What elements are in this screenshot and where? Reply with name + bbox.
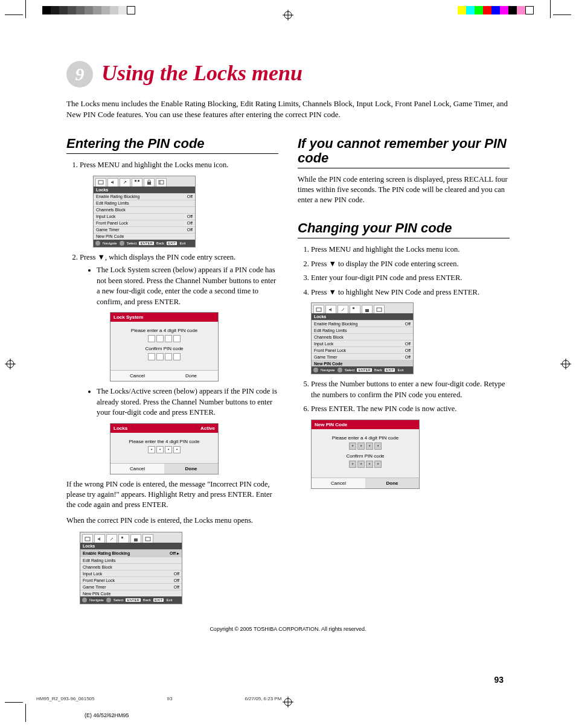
locks-tab-icon <box>130 534 141 543</box>
preferences-tab-icon <box>142 534 153 543</box>
osd-locks-menu: Locks Enable Rating BlockingOff Edit Rat… <box>93 176 196 247</box>
svg-rect-12 <box>98 180 103 184</box>
locks-tab-icon <box>144 178 155 187</box>
crop-mark <box>25 704 26 722</box>
right-column: If you cannot remember your PIN code Whi… <box>298 136 510 609</box>
correct-pin-text: When the correct PIN code is entered, th… <box>66 516 278 526</box>
setup-tab-icon <box>338 305 348 313</box>
applications-tab-icon <box>132 178 142 187</box>
done-button: Done <box>164 463 218 474</box>
section-forgot-pin: If you cannot remember your PIN code <box>298 136 510 168</box>
wrong-pin-text: If the wrong PIN code is entered, the me… <box>66 479 278 510</box>
step-2: Press ▼, which displays the PIN code ent… <box>80 252 278 474</box>
cancel-button: Cancel <box>312 477 365 488</box>
picture-tab-icon <box>95 178 106 187</box>
applications-tab-icon <box>350 305 360 313</box>
svg-rect-18 <box>85 537 90 541</box>
forgot-pin-body: While the PIN code entering screen is di… <box>298 174 510 205</box>
chapter-heading: 9 Using the Locks menu <box>66 60 510 88</box>
crop-mark <box>550 0 551 18</box>
crop-mark <box>553 14 571 15</box>
osd-header: Locks <box>94 187 195 193</box>
change-step-3: Enter your four-digit PIN code and press… <box>311 273 510 284</box>
preferences-tab-icon <box>374 305 385 313</box>
osd-new-pin-dialog: New PIN Code Please enter a 4 digit PIN … <box>311 420 420 489</box>
chapter-title: Using the Locks menu <box>101 60 302 86</box>
svg-rect-25 <box>377 308 382 311</box>
bullet-locks-active: The Locks/Active screen (below) appears … <box>97 386 278 474</box>
left-column: Entering the PIN code Press MENU and hig… <box>66 136 278 609</box>
locks-tab-icon <box>362 305 373 313</box>
osd-locks-menu-newpin: Locks Enable Rating BlockingOff Edit Rat… <box>311 302 414 374</box>
osd-lock-system-dialog: Lock System Please enter a 4 digit PIN c… <box>110 312 219 382</box>
svg-rect-16 <box>159 180 164 184</box>
gray-colorbar <box>42 6 135 14</box>
picture-tab-icon <box>313 305 324 313</box>
svg-rect-19 <box>121 537 123 538</box>
crop-mark <box>5 14 23 15</box>
setup-tab-icon <box>120 178 130 187</box>
section-entering-pin: Entering the PIN code <box>66 136 278 154</box>
copyright: Copyright © 2005 TOSHIBA CORPORATION. Al… <box>66 626 510 632</box>
section-change-pin: Changing your PIN code <box>298 221 510 238</box>
change-step-4: Press ▼ to highlight New PIN Code and pr… <box>311 287 510 375</box>
registration-mark <box>283 10 293 21</box>
change-step-6: Press ENTER. The new PIN code is now act… <box>311 404 510 489</box>
change-step-5: Press the Number buttons to enter a new … <box>311 379 510 400</box>
picture-tab-icon <box>82 534 93 543</box>
audio-tab-icon <box>94 534 105 543</box>
registration-mark <box>560 359 571 369</box>
change-step-1: Press MENU and highlight the Locks menu … <box>311 244 510 255</box>
svg-rect-15 <box>147 182 151 185</box>
svg-rect-22 <box>316 308 321 311</box>
crop-mark <box>5 702 23 703</box>
intro-paragraph: The Locks menu includes the Enable Ratin… <box>66 98 510 120</box>
cmyk-colorbar <box>458 6 534 14</box>
preferences-tab-icon <box>156 178 167 187</box>
applications-tab-icon <box>118 534 129 543</box>
cancel-button: Cancel <box>110 463 164 474</box>
change-step-2: Press ▼ to display the PIN code entering… <box>311 259 510 270</box>
crop-mark <box>25 0 26 18</box>
svg-rect-23 <box>353 307 354 309</box>
osd-nav-bar: NavigateSelectENTERBackEXITExit <box>94 240 195 247</box>
done-button: Done <box>365 477 419 488</box>
page-number: 93 <box>494 675 504 685</box>
bullet-lock-system: The Lock System screen (below) appears i… <box>97 265 278 382</box>
svg-rect-14 <box>138 180 139 182</box>
footer-metadata: HM95_R2_093-96_061505 93 6/27/05, 6:23 P… <box>36 696 281 701</box>
model-number: (E) 46/52/62HM95 <box>85 712 129 718</box>
step-1: Press MENU and highlight the Locks menu … <box>80 160 278 247</box>
osd-locks-menu-open: Locks Enable Rating BlockingOff ▸ Edit R… <box>80 532 182 604</box>
audio-tab-icon <box>107 178 118 187</box>
registration-mark <box>5 359 16 369</box>
done-button: Done <box>164 370 218 381</box>
chapter-number: 9 <box>66 61 93 88</box>
svg-rect-21 <box>146 537 150 541</box>
audio-tab-icon <box>325 305 336 313</box>
setup-tab-icon <box>106 534 117 543</box>
svg-rect-24 <box>365 309 369 312</box>
cancel-button: Cancel <box>110 370 164 381</box>
osd-locks-active-dialog: LocksActive Please enter the 4 digit PIN… <box>110 423 219 474</box>
svg-rect-13 <box>135 180 136 182</box>
registration-mark <box>283 697 293 707</box>
svg-rect-20 <box>134 538 138 541</box>
